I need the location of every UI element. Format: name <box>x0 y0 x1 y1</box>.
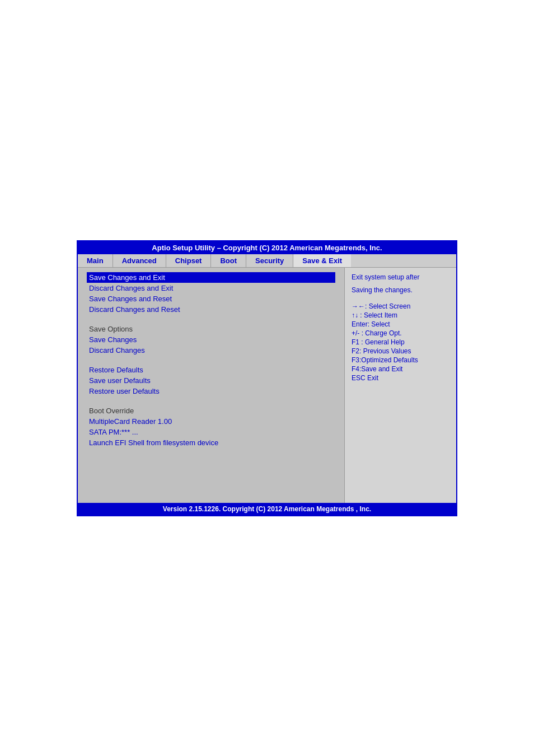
bios-main-content: Save Changes and Exit Discard Changes an… <box>78 268 456 503</box>
key-f4-save: F4:Save and Exit <box>352 365 449 373</box>
bios-nav: Main Advanced Chipset Boot Security Save… <box>78 254 456 268</box>
menu-discard-reset[interactable]: Discard Changes and Reset <box>87 304 335 315</box>
nav-chipset[interactable]: Chipset <box>166 254 212 267</box>
nav-boot[interactable]: Boot <box>211 254 246 267</box>
help-line-1: Exit system setup after <box>352 272 449 283</box>
menu-sata-pm[interactable]: SATA PM:*** ... <box>87 427 335 437</box>
key-charge-opt: +/- : Charge Opt. <box>352 329 449 337</box>
menu-save-changes[interactable]: Save Changes <box>87 334 335 345</box>
section-boot-override: Boot Override <box>87 405 335 416</box>
spacer-4 <box>87 396 335 401</box>
nav-security[interactable]: Security <box>246 254 293 267</box>
key-select-item-label: ↑↓ : Select Item <box>352 311 402 319</box>
key-esc-exit: ESC Exit <box>352 374 449 382</box>
section-save-options: Save Options <box>87 324 335 334</box>
key-f3-opt: F3:Optimized Defaults <box>352 356 449 364</box>
footer-text: Version 2.15.1226. Copyright (C) 2012 Am… <box>163 505 371 513</box>
menu-multicard-reader[interactable]: MultipleCard Reader 1.00 <box>87 416 335 427</box>
nav-advanced[interactable]: Advanced <box>113 254 166 267</box>
menu-save-exit[interactable]: Save Changes and Exit <box>87 272 335 283</box>
spacer-3 <box>87 360 335 365</box>
key-select-item: ↑↓ : Select Item <box>352 311 449 319</box>
key-f1-label: F1 : General Help <box>352 338 405 346</box>
title-text: Aptio Setup Utility – Copyright (C) 2012… <box>152 244 382 252</box>
spacer-1 <box>87 315 335 319</box>
key-enter-select: Enter: Select <box>352 320 449 328</box>
menu-save-user-defaults[interactable]: Save user Defaults <box>87 375 335 386</box>
bios-help-panel: Exit system setup after Saving the chang… <box>344 268 456 503</box>
menu-restore-defaults[interactable]: Restore Defaults <box>87 365 335 375</box>
bios-container: Aptio Setup Utility – Copyright (C) 2012… <box>77 240 457 516</box>
help-description: Exit system setup after Saving the chang… <box>352 272 449 296</box>
key-select-screen: →←: Select Screen <box>352 302 449 310</box>
key-f4-label: F4:Save and Exit <box>352 365 402 373</box>
key-charge-label: +/- : Charge Opt. <box>352 329 402 337</box>
key-f2-prev: F2: Previous Values <box>352 347 449 355</box>
help-keys: →←: Select Screen ↑↓ : Select Item Enter… <box>352 302 449 382</box>
key-esc-label: ESC Exit <box>352 374 402 382</box>
nav-save-exit[interactable]: Save & Exit <box>293 254 351 267</box>
key-f1-help: F1 : General Help <box>352 338 449 346</box>
help-line-2: Saving the changes. <box>352 285 449 296</box>
bios-menu: Save Changes and Exit Discard Changes an… <box>78 268 344 503</box>
key-f3-label: F3:Optimized Defaults <box>352 356 418 364</box>
bios-footer: Version 2.15.1226. Copyright (C) 2012 Am… <box>78 503 456 515</box>
key-enter-label: Enter: Select <box>352 320 402 328</box>
menu-launch-efi[interactable]: Launch EFI Shell from filesystem device <box>87 437 335 448</box>
key-select-screen-label: →←: Select Screen <box>352 302 410 310</box>
spacer-2 <box>87 356 335 360</box>
menu-save-reset[interactable]: Save Changes and Reset <box>87 293 335 304</box>
nav-main[interactable]: Main <box>78 254 113 267</box>
menu-discard-exit[interactable]: Discard Changes and Exit <box>87 283 335 293</box>
menu-discard-changes[interactable]: Discard Changes <box>87 345 335 356</box>
key-f2-label: F2: Previous Values <box>352 347 411 355</box>
bios-title: Aptio Setup Utility – Copyright (C) 2012… <box>78 241 456 254</box>
menu-restore-user-defaults[interactable]: Restore user Defaults <box>87 386 335 396</box>
